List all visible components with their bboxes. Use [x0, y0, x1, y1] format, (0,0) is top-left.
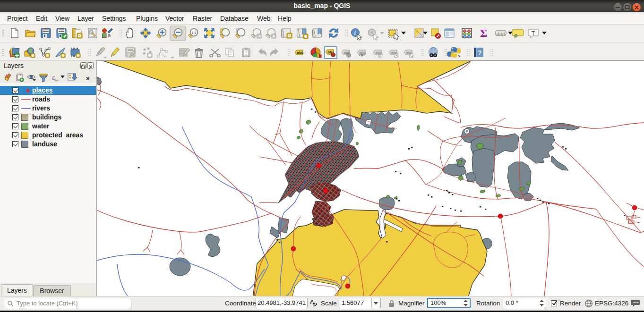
svg-text:1:1: 1:1 [192, 31, 197, 34]
svg-text:»: » [86, 74, 90, 82]
svg-text:abc: abc [360, 51, 366, 55]
svg-text:?: ? [478, 49, 482, 57]
svg-text:Σ: Σ [480, 27, 488, 39]
svg-text:>: > [458, 54, 460, 59]
svg-text:a: a [108, 33, 111, 38]
svg-text:T: T [532, 30, 535, 37]
svg-text:abc: abc [297, 51, 304, 55]
